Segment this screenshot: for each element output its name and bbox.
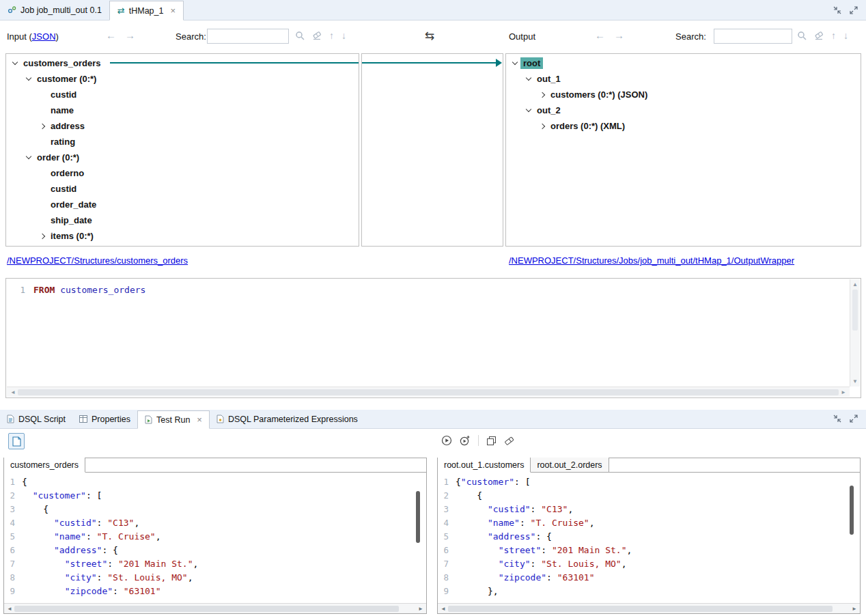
tree-item[interactable]: customer (0:*) <box>6 71 359 87</box>
output-json-view[interactable]: 1{"customer": [2 {3 "custid": "C13",4 "n… <box>438 473 860 598</box>
tree-item[interactable]: ship_date <box>6 212 359 228</box>
find-previous-icon[interactable]: ↑ <box>329 30 334 41</box>
copy-result-icon[interactable] <box>486 436 497 446</box>
input-structure-link[interactable]: /NEWPROJECT/Structures/customers_orders <box>7 255 188 266</box>
scroll-right-icon[interactable]: ► <box>841 389 846 395</box>
dsql-expression-editor[interactable]: 1FROM customers_orders ▲ ▼ ◄ ► <box>5 278 861 398</box>
scroll-left-icon[interactable]: ◄ <box>441 606 446 612</box>
dsql-code-area[interactable]: 1FROM customers_orders <box>6 279 861 296</box>
code-line: 3 { <box>4 503 426 516</box>
minimize-view-icon[interactable] <box>833 6 841 14</box>
swap-sides-icon[interactable]: ⇆ <box>425 29 434 43</box>
input-search-label: Search: <box>176 31 206 42</box>
search-icon[interactable] <box>797 31 807 40</box>
editor-vertical-scrollbar[interactable]: ▲ ▼ <box>850 279 860 387</box>
expand-chevron-icon[interactable] <box>509 62 520 64</box>
tree-item[interactable]: custid <box>6 87 359 102</box>
scroll-right-icon[interactable]: ► <box>418 606 423 612</box>
input-json-view[interactable]: 1{2 "customer": [3 {4 "custid": "C13",5 … <box>4 473 426 598</box>
tree-item[interactable]: order (0:*) <box>6 150 359 165</box>
output-structure-link[interactable]: /NEWPROJECT/Structures/Jobs/job_multi_ou… <box>509 255 794 266</box>
tree-item[interactable]: orderno <box>6 165 359 181</box>
input-panel-title: Input (JSON) <box>7 31 59 42</box>
tab-test-run[interactable]: Test Run × <box>137 410 210 429</box>
output-tree-panel[interactable]: rootout_1customers (0:*) (JSON)out_2orde… <box>505 53 861 247</box>
tab-dsql-parameterized-expressions[interactable]: DSQL Parameterized Expressions <box>210 410 365 428</box>
expand-chevron-icon[interactable] <box>522 109 534 111</box>
expand-chevron-icon[interactable] <box>536 124 548 128</box>
input-search-field[interactable] <box>207 29 289 44</box>
clear-search-icon[interactable] <box>814 31 824 40</box>
find-next-icon[interactable]: ↓ <box>341 30 346 41</box>
editor-horizontal-scrollbar[interactable]: ◄ ► <box>7 387 850 397</box>
expand-chevron-icon[interactable] <box>522 78 534 80</box>
output-search-field[interactable] <box>714 29 792 44</box>
expand-chevron-icon[interactable] <box>36 234 48 238</box>
scroll-up-icon[interactable]: ▲ <box>850 281 860 288</box>
tab-dsql-script[interactable]: DSQL Script <box>0 410 72 428</box>
vertical-scrollbar-thumb[interactable] <box>416 491 420 543</box>
tree-item[interactable]: order_date <box>6 197 359 212</box>
scrollbar-thumb[interactable] <box>852 290 858 331</box>
scrollbar-thumb[interactable] <box>14 606 399 612</box>
run-with-options-icon[interactable] <box>460 435 471 446</box>
clear-results-icon[interactable] <box>504 436 514 446</box>
close-tab-icon[interactable]: × <box>197 415 202 425</box>
toolbar-separator <box>478 435 479 446</box>
line-number: 9 <box>4 585 22 598</box>
tree-item[interactable]: custid <box>6 181 359 197</box>
mapping-canvas[interactable] <box>361 53 503 247</box>
scroll-left-icon[interactable]: ◄ <box>10 389 16 395</box>
scroll-down-icon[interactable]: ▼ <box>850 378 860 384</box>
tree-item[interactable]: customers (0:*) (JSON) <box>506 87 861 102</box>
expand-chevron-icon[interactable] <box>36 124 48 128</box>
tab-root-out1-customers[interactable]: root.out_1.customers <box>438 458 531 473</box>
scroll-left-icon[interactable]: ◄ <box>7 606 12 612</box>
tab-thmap[interactable]: ⇄ tHMap_1 × <box>109 1 184 20</box>
code-text: { <box>456 489 482 503</box>
scrollbar-thumb[interactable] <box>448 606 833 612</box>
expand-chevron-icon[interactable] <box>9 62 20 64</box>
forward-icon[interactable]: → <box>614 29 624 41</box>
run-test-icon[interactable] <box>441 435 452 446</box>
tab-root-out2-orders[interactable]: root.out_2.orders <box>531 458 609 472</box>
tab-job[interactable]: Job job_multi_out 0.1 <box>0 0 109 20</box>
find-next-icon[interactable]: ↓ <box>843 30 848 41</box>
back-icon[interactable]: ← <box>106 29 116 41</box>
minimize-view-icon[interactable] <box>833 415 841 423</box>
expand-chevron-icon[interactable] <box>23 156 34 158</box>
forward-icon[interactable]: → <box>125 29 135 41</box>
horizontal-scrollbar[interactable]: ◄ ► <box>4 603 426 613</box>
scroll-right-icon[interactable]: ► <box>852 606 857 612</box>
vertical-scrollbar-thumb[interactable] <box>850 486 854 535</box>
horizontal-scrollbar[interactable]: ◄ ► <box>438 603 860 613</box>
expand-chevron-icon[interactable] <box>23 78 34 80</box>
tree-item[interactable]: address <box>6 118 359 134</box>
new-test-file-button[interactable] <box>8 433 25 449</box>
code-text: "city": "St. Louis, MO", <box>456 557 626 571</box>
test-run-toolbar <box>0 430 866 456</box>
tree-item[interactable]: orders (0:*) (XML) <box>506 118 861 134</box>
tree-item[interactable]: customers_orders <box>6 55 359 71</box>
back-icon[interactable]: ← <box>595 29 605 41</box>
tree-item[interactable]: items (0:*) <box>6 228 359 244</box>
input-tree-panel[interactable]: customers_orderscustomer (0:*)custidname… <box>5 53 359 247</box>
maximize-view-icon[interactable] <box>850 415 858 423</box>
close-tab-icon[interactable]: × <box>170 5 176 16</box>
tab-properties-label: Properties <box>92 415 130 424</box>
expand-chevron-icon[interactable] <box>536 93 548 97</box>
tree-item[interactable]: root <box>506 55 861 71</box>
maximize-view-icon[interactable] <box>850 6 858 14</box>
search-icon[interactable] <box>295 31 305 40</box>
tab-properties[interactable]: Properties <box>72 410 137 428</box>
tree-item[interactable]: out_2 <box>506 102 861 118</box>
find-previous-icon[interactable]: ↑ <box>831 30 836 41</box>
tree-item[interactable]: rating <box>6 134 359 150</box>
tree-item[interactable]: out_1 <box>506 71 861 87</box>
clear-search-icon[interactable] <box>312 31 322 40</box>
tab-customers-orders[interactable]: customers_orders <box>4 458 85 473</box>
scrollbar-thumb[interactable] <box>18 389 839 395</box>
view-window-buttons <box>825 0 866 20</box>
tree-item[interactable]: name <box>6 102 359 118</box>
input-format-link[interactable]: JSON <box>32 31 56 42</box>
